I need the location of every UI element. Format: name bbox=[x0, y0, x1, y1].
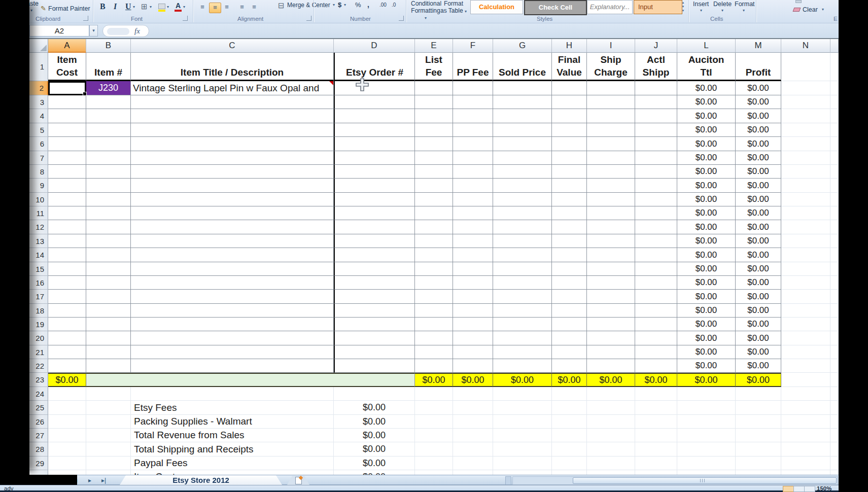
currency-dropdown-icon[interactable]: ▾ bbox=[344, 3, 346, 7]
conditional-formatting-button[interactable]: ConditionalFormatting ▾ bbox=[411, 1, 440, 22]
cell-L7[interactable]: $0.00 bbox=[677, 151, 736, 165]
cell-H21[interactable] bbox=[552, 345, 587, 359]
cell-O23[interactable] bbox=[830, 373, 839, 387]
cell-N2[interactable] bbox=[781, 81, 830, 95]
cell-O25[interactable] bbox=[830, 401, 839, 415]
align-left-icon[interactable]: ≡ bbox=[197, 3, 208, 12]
fill-handle[interactable] bbox=[83, 92, 87, 96]
cell-L6[interactable]: $0.00 bbox=[677, 137, 736, 151]
cell-I7[interactable] bbox=[587, 151, 635, 165]
page-break-view-icon[interactable] bbox=[804, 486, 815, 492]
cell-J14[interactable] bbox=[635, 248, 677, 262]
cell-M13[interactable]: $0.00 bbox=[736, 234, 781, 248]
row-header-20[interactable]: 20 bbox=[29, 331, 48, 345]
cell-B9[interactable] bbox=[86, 179, 131, 193]
cell-G2[interactable] bbox=[493, 81, 552, 95]
number-dialog-launcher-icon[interactable] bbox=[399, 16, 404, 21]
style-input[interactable]: Input bbox=[634, 0, 682, 14]
cell-M23[interactable]: $0.00 bbox=[736, 373, 781, 387]
cell-H8[interactable] bbox=[552, 165, 587, 179]
cell-O8[interactable] bbox=[830, 165, 839, 179]
row-header-3[interactable]: 3 bbox=[29, 95, 48, 109]
cell-H6[interactable] bbox=[552, 137, 587, 151]
cell-H1[interactable]: Final Value bbox=[552, 53, 587, 81]
cell-B25[interactable] bbox=[86, 401, 131, 415]
cell-A10[interactable] bbox=[48, 193, 86, 206]
cell-D11[interactable] bbox=[334, 206, 415, 220]
cell-C24[interactable] bbox=[131, 387, 334, 401]
name-box-dropdown-icon[interactable]: ▾ bbox=[89, 25, 98, 37]
row-header-15[interactable]: 15 bbox=[29, 262, 48, 276]
cell-B26[interactable] bbox=[86, 415, 131, 429]
column-header-B[interactable]: B bbox=[86, 39, 131, 53]
cell-A18[interactable] bbox=[48, 304, 86, 318]
cell-D6[interactable] bbox=[334, 137, 415, 151]
cell-M17[interactable]: $0.00 bbox=[736, 290, 781, 304]
cell-G16[interactable] bbox=[493, 276, 552, 290]
cell-J11[interactable] bbox=[635, 206, 677, 220]
cell-C15[interactable] bbox=[131, 262, 334, 276]
cell-J13[interactable] bbox=[635, 234, 677, 248]
cell-C22[interactable] bbox=[131, 359, 334, 373]
cell-N11[interactable] bbox=[781, 206, 830, 220]
cell-M19[interactable]: $0.00 bbox=[736, 318, 781, 331]
cell-A15[interactable] bbox=[48, 262, 86, 276]
cell-D4[interactable] bbox=[334, 109, 415, 123]
cell-H29[interactable] bbox=[552, 456, 587, 470]
cell-O1[interactable] bbox=[830, 53, 839, 81]
cell-C11[interactable] bbox=[131, 206, 334, 220]
cell-L30[interactable] bbox=[677, 470, 736, 475]
cell-G4[interactable] bbox=[493, 109, 552, 123]
cell-J4[interactable] bbox=[635, 109, 677, 123]
sheet-tab-etsy-store-2012[interactable]: Etsy Store 2012 bbox=[120, 475, 282, 485]
cell-L18[interactable]: $0.00 bbox=[677, 304, 736, 318]
row-header-24[interactable]: 24 bbox=[29, 387, 48, 401]
row-header-10[interactable]: 10 bbox=[29, 193, 48, 206]
styles-gallery-scroll[interactable]: ▴▾▾ bbox=[680, 1, 686, 13]
cell-D30[interactable]: $0.00 bbox=[334, 470, 415, 475]
cell-F27[interactable] bbox=[453, 429, 493, 442]
cell-O9[interactable] bbox=[830, 179, 839, 193]
tab-split-handle[interactable] bbox=[505, 476, 511, 485]
cell-C29[interactable]: Paypal Fees bbox=[131, 456, 334, 470]
cell-G9[interactable] bbox=[493, 179, 552, 193]
cell-B3[interactable] bbox=[86, 95, 131, 109]
cell-L29[interactable] bbox=[677, 456, 736, 470]
name-box[interactable]: A2 bbox=[29, 25, 89, 37]
cell-A6[interactable] bbox=[48, 137, 86, 151]
align-right-icon[interactable]: ≡ bbox=[221, 3, 232, 12]
cell-I8[interactable] bbox=[587, 165, 635, 179]
cell-G30[interactable] bbox=[493, 470, 552, 475]
cell-J28[interactable] bbox=[635, 442, 677, 456]
cell-N16[interactable] bbox=[781, 276, 830, 290]
cell-H30[interactable] bbox=[552, 470, 587, 475]
normal-view-icon[interactable] bbox=[783, 486, 794, 492]
cell-C12[interactable] bbox=[131, 220, 334, 234]
cell-A9[interactable] bbox=[48, 179, 86, 193]
cell-J25[interactable] bbox=[635, 401, 677, 415]
cell-F26[interactable] bbox=[453, 415, 493, 429]
cell-F6[interactable] bbox=[453, 137, 493, 151]
selected-cell-A2[interactable] bbox=[48, 81, 86, 95]
cell-E26[interactable] bbox=[415, 415, 453, 429]
cell-N4[interactable] bbox=[781, 109, 830, 123]
cell-M2[interactable]: $0.00 bbox=[736, 81, 781, 95]
style-calculation[interactable]: Calculation bbox=[470, 0, 523, 14]
cell-O20[interactable] bbox=[830, 331, 839, 345]
column-header-D[interactable]: D bbox=[334, 39, 415, 53]
cell-C5[interactable] bbox=[131, 123, 334, 137]
format-dropdown-icon[interactable]: ▾ bbox=[743, 8, 745, 13]
cell-N5[interactable] bbox=[781, 123, 830, 137]
row-header-30[interactable]: 30 bbox=[29, 470, 48, 475]
cell-I13[interactable] bbox=[587, 234, 635, 248]
cell-E13[interactable] bbox=[415, 234, 453, 248]
cell-I20[interactable] bbox=[587, 331, 635, 345]
column-header-F[interactable]: F bbox=[453, 39, 493, 53]
cell-A3[interactable] bbox=[48, 95, 86, 109]
cell-L26[interactable] bbox=[677, 415, 736, 429]
fill-color-dropdown-icon[interactable]: ▾ bbox=[167, 5, 169, 9]
cell-C3[interactable] bbox=[131, 95, 334, 109]
cell-C28[interactable]: Total Shipping and Receipts bbox=[131, 442, 334, 456]
cell-A25[interactable] bbox=[48, 401, 86, 415]
cell-F25[interactable] bbox=[453, 401, 493, 415]
